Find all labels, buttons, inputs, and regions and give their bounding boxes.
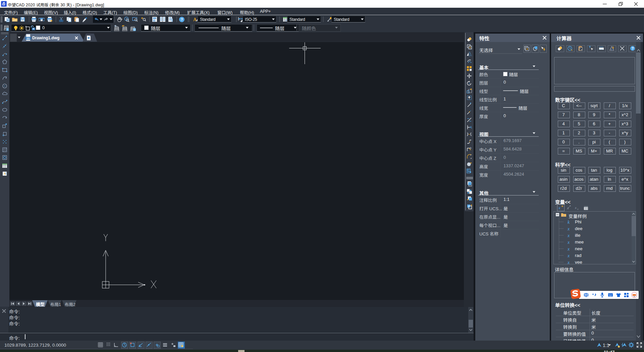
svg-text:?: ? <box>632 47 634 50</box>
svg-text:x: x <box>575 206 577 210</box>
svg-text:A: A <box>193 17 197 22</box>
svg-text:x: x <box>558 206 560 210</box>
svg-text:x: x <box>577 208 579 210</box>
svg-text:x: x <box>562 214 564 217</box>
svg-text:?: ? <box>181 17 183 21</box>
